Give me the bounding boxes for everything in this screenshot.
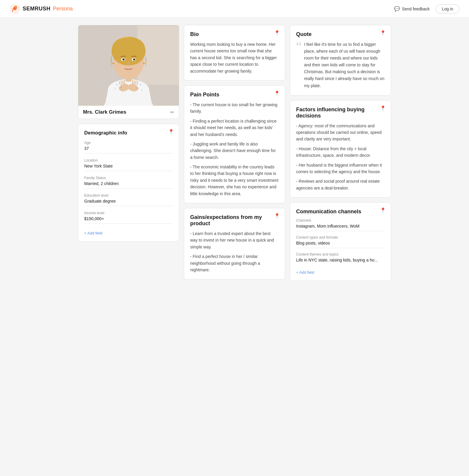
quote-body: I feel like it's time for us to find a b… [304,41,385,89]
factors-body: - Agency: most of the communications and… [296,123,385,192]
quote-card: 📍 Quote “ I feel like it's time for us t… [290,25,391,95]
factor-item-2: - House: Distance from the city + local … [296,145,385,159]
profile-name-row: Mrs. Clark Grimes ✏ [78,106,179,119]
pin-icon[interactable]: 📍 [168,129,174,134]
demo-label-age: Age [84,141,173,145]
svg-point-21 [116,84,117,85]
gains-title: Gains/expectations from my product [190,214,279,227]
pain-points-card: 📍 Pain Points - The current house is too… [184,85,285,203]
send-feedback-label: Send feedback [402,7,429,11]
channels-pin-icon[interactable]: 📍 [380,207,386,213]
demo-value-education: Graduate degree [84,199,173,206]
demo-value-age: 37 [84,146,173,154]
demo-label-location: Location [84,158,173,162]
factor-item-3: - Her husband is the biggest influencer … [296,162,385,175]
demo-field-age: Age 37 [84,141,173,154]
gains-pin-icon[interactable]: 📍 [274,213,280,219]
channel-field-content-types: Content types and formats Blog posts, vi… [296,235,385,248]
factor-item-1: - Agency: most of the communications and… [296,123,385,143]
svg-point-18 [143,62,145,64]
demo-field-location: Location New York State [84,158,173,171]
gains-body: - Learn from a trusted expert about the … [190,230,279,273]
profile-image [78,25,179,106]
svg-point-26 [141,90,142,90]
profile-card: Mrs. Clark Grimes ✏ [78,25,179,119]
pain-item-3: - Juggling work and family life is also … [190,141,279,161]
demo-label-income: Income level [84,211,173,215]
edit-icon[interactable]: ✏ [170,109,174,115]
gains-card: 📍 Gains/expectations from my product - L… [184,208,285,279]
feedback-bubble-icon: 💬 [394,6,400,12]
channel-label-channels: Channels [296,218,385,223]
svg-point-16 [135,59,135,59]
send-feedback-link[interactable]: 💬 Send feedback [394,6,429,12]
quote-pin-icon[interactable]: 📍 [380,30,386,36]
demo-value-location: New York State [84,164,173,171]
pain-item-4: - The economic instability in the countr… [190,164,279,197]
gains-item-1: - Learn from a trusted expert about the … [190,230,279,250]
svg-point-24 [140,84,141,85]
demographic-card: 📍 Demographic info Age 37 Location New Y… [78,124,179,242]
logo-product: Persona [53,6,73,12]
svg-point-1 [14,8,16,10]
add-channel-field-button[interactable]: + Add field [296,270,314,275]
pain-item-1: - The current house is too small for her… [190,101,279,115]
header: SEMRUSH Persona 💬 Send feedback Log in [0,0,469,18]
pain-item-2: - Finding a perfect location is challeng… [190,118,279,138]
channels-card: 📍 Communication channels Channels Instag… [290,202,391,281]
gains-item-2: - Find a perfect house in her / similar … [190,253,279,273]
svg-point-15 [124,59,125,59]
svg-point-25 [137,88,138,89]
channel-field-themes: Content themes and topics Life in NYC st… [296,252,385,262]
bio-pin-icon[interactable]: 📍 [274,30,280,36]
right-column: 📍 Quote “ I feel like it's time for us t… [290,25,391,281]
login-button[interactable]: Log in [436,4,459,13]
bio-body: Working mom looking to buy a new home. H… [190,41,279,74]
demo-label-education: Education level [84,193,173,198]
demo-field-family: Family Status Married, 2 children [84,176,173,189]
channel-value-themes: Life in NYC state, raising kids, buying … [296,258,385,262]
profile-name: Mrs. Clark Grimes [83,109,126,115]
demo-field-income: Income level $150,000+ [84,211,173,224]
svg-point-23 [115,89,116,90]
channel-value-channels: Instagram, Mom influencers, WoM [296,224,385,231]
pain-pin-icon[interactable]: 📍 [274,90,280,96]
header-right: 💬 Send feedback Log in [394,4,459,13]
svg-point-17 [112,62,114,64]
quote-title: Quote [296,31,385,37]
svg-point-22 [121,87,122,88]
channel-field-channels: Channels Instagram, Mom influencers, WoM [296,218,385,231]
factors-title: Factors influencing buying decisions [296,107,385,119]
channel-label-content-types: Content types and formats [296,235,385,239]
logo-area: SEMRUSH Persona [10,4,73,14]
pain-points-body: - The current house is too small for her… [190,101,279,197]
logo-brand: SEMRUSH [23,6,51,12]
demographic-title: Demographic info [84,130,173,136]
bio-card: 📍 Bio Working mom looking to buy a new h… [184,25,285,81]
main-content: Mrs. Clark Grimes ✏ 📍 Demographic info A… [71,18,398,288]
demo-value-family: Married, 2 children [84,181,173,189]
channels-title: Communication channels [296,209,385,215]
factors-card: 📍 Factors influencing buying decisions -… [290,100,391,198]
channel-value-content-types: Blog posts, videos [296,241,385,248]
left-column: Mrs. Clark Grimes ✏ 📍 Demographic info A… [78,25,179,281]
channel-label-themes: Content themes and topics [296,252,385,256]
middle-column: 📍 Bio Working mom looking to buy a new h… [184,25,285,281]
factors-pin-icon[interactable]: 📍 [380,105,386,111]
demo-label-family: Family Status [84,176,173,180]
demo-value-income: $150,000+ [84,216,173,224]
add-demographic-field-button[interactable]: + Add field [84,231,102,235]
factor-item-4: - Reviews and social proof around real e… [296,178,385,191]
bio-title: Bio [190,31,279,37]
quote-mark: “ [296,40,302,52]
semrush-logo-icon [10,4,20,14]
demo-field-education: Education level Graduate degree [84,193,173,206]
pain-points-title: Pain Points [190,92,279,98]
